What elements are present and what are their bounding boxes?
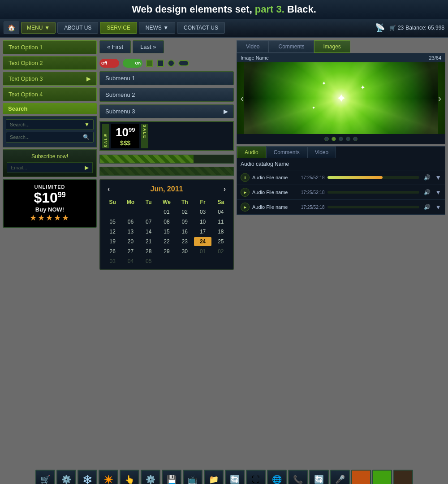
- icon-display[interactable]: 📺: [183, 470, 202, 484]
- menu-item-2[interactable]: Text Option 2: [3, 56, 97, 70]
- progress-bar-1: [99, 155, 234, 164]
- cal-next-icon[interactable]: ›: [224, 185, 226, 193]
- submit-icon: ▶: [85, 164, 89, 171]
- track-progress-3[interactable]: [327, 206, 420, 208]
- checkbox-2[interactable]: [157, 60, 164, 67]
- track-options-icon-3[interactable]: ▼: [435, 203, 441, 211]
- radio-1[interactable]: [168, 60, 175, 67]
- search-input-2[interactable]: Search... 🔍: [6, 132, 94, 143]
- calendar: ‹ Jun, 2011 › Su Mo Tu We Th Fr Sa 01 02…: [99, 179, 234, 270]
- contact-button[interactable]: CONTACT US: [177, 22, 225, 34]
- dot-2[interactable]: [332, 137, 336, 141]
- last-button[interactable]: Last »: [133, 40, 164, 53]
- menu-item-1[interactable]: Text Option 1: [3, 40, 97, 54]
- dot-4[interactable]: [346, 137, 350, 141]
- play-button-2[interactable]: ▶: [241, 188, 250, 197]
- dot-1[interactable]: [324, 137, 329, 141]
- price-tag-widget: SALE 1099 $$$ SALE: [99, 121, 234, 151]
- track-time-3: 17:25/52:18: [301, 205, 325, 210]
- pause-button-1[interactable]: ⏸: [241, 173, 250, 182]
- track-progress-1[interactable]: [327, 176, 420, 179]
- volume-icon-3[interactable]: 🔊: [424, 204, 431, 210]
- buy-button[interactable]: Buy NOW!: [8, 206, 91, 213]
- track-time-1: 17:25/52:18: [301, 175, 325, 180]
- submenu-1[interactable]: Submenu 1: [99, 71, 234, 85]
- audio-track-1: ⏸ Audio File name 17:25/52:18 🔊 ▼: [237, 170, 445, 185]
- toggle-on[interactable]: On: [123, 59, 142, 68]
- menu-button[interactable]: MENU ▼: [21, 22, 56, 34]
- news-button[interactable]: NEWS ▼: [139, 22, 175, 34]
- cal-prev-icon[interactable]: ‹: [108, 185, 110, 193]
- cart-info: 🛒 23: [389, 25, 404, 31]
- track-options-icon[interactable]: ▼: [435, 174, 441, 181]
- page-header: Web design elements set, part 3. Black.: [0, 0, 448, 19]
- track-options-icon-2[interactable]: ▼: [435, 189, 441, 196]
- volume-icon[interactable]: 🔊: [424, 174, 431, 181]
- icon-expand[interactable]: ⛶: [246, 470, 266, 484]
- track-name-3: Audio File name: [252, 204, 298, 210]
- icon-sync[interactable]: 🔄: [309, 470, 329, 484]
- search-input-1[interactable]: Search... ▼: [6, 119, 94, 130]
- subscribe-input[interactable]: Email... ▶: [7, 162, 93, 173]
- middle-panel: « First Last » Off On Submenu 1 Submenu …: [99, 40, 234, 465]
- balance-display: Balance: 65.99$: [405, 25, 444, 31]
- volume-icon-2[interactable]: 🔊: [424, 189, 431, 195]
- icon-orange-sq[interactable]: [351, 470, 371, 484]
- tab-video-audio[interactable]: Video: [307, 147, 336, 158]
- icon-cart[interactable]: 🛒: [35, 470, 55, 484]
- dot-3[interactable]: [339, 137, 343, 141]
- service-button[interactable]: SERVICE: [100, 22, 137, 34]
- checkbox-1[interactable]: [146, 60, 153, 67]
- toggle-circle[interactable]: [178, 60, 189, 66]
- tab-video[interactable]: Video: [237, 40, 269, 53]
- dollars-display: $$$: [116, 139, 135, 147]
- icon-globe[interactable]: 🌐: [267, 470, 287, 484]
- dot-5[interactable]: [353, 137, 358, 141]
- tab-images[interactable]: Images: [314, 40, 350, 53]
- track-name-2: Audio File name: [252, 190, 298, 195]
- play-button-3[interactable]: ▶: [241, 203, 250, 212]
- audio-track-3: ▶ Audio File name 17:25/52:18 🔊 ▼: [237, 200, 445, 215]
- home-button[interactable]: 🏠: [4, 22, 19, 34]
- about-button[interactable]: ABOUT US: [57, 22, 98, 34]
- navbar: 🏠 MENU ▼ ABOUT US SERVICE NEWS ▼ CONTACT…: [0, 19, 448, 38]
- submenu-2[interactable]: Submenu 2: [99, 88, 234, 102]
- menu-item-3[interactable]: Text Option 3 ▶: [3, 72, 97, 86]
- icon-folder[interactable]: 📁: [204, 470, 224, 484]
- track-time-2: 17:25/52:18: [301, 190, 325, 195]
- menu-item-4[interactable]: Text Option 4: [3, 87, 97, 101]
- audio-catalog-title: Audio catalog Name: [237, 158, 445, 170]
- image-viewer: Image Name 23/64 ‹ ✦ ✦ ✦ ✦ ›: [237, 53, 445, 144]
- calendar-month: Jun, 2011: [151, 185, 183, 193]
- submenu-3[interactable]: Submenu 3 ▶: [99, 104, 234, 118]
- icon-dark-sq[interactable]: [393, 470, 413, 484]
- icon-save[interactable]: 💾: [162, 470, 181, 484]
- tab-comments[interactable]: Comments: [269, 40, 314, 53]
- nav-arrows: « First Last »: [99, 40, 234, 53]
- icon-gear[interactable]: ⚙️: [141, 470, 160, 484]
- price-amount: $1099: [8, 190, 91, 206]
- search-box: Search... ▼ Search... 🔍: [3, 116, 97, 147]
- right-panel: Video Comments Images Image Name 23/64 ‹…: [237, 40, 445, 465]
- tab-audio[interactable]: Audio: [237, 147, 266, 158]
- icon-green-sq[interactable]: [372, 470, 392, 484]
- header-highlight: part 3.: [255, 4, 284, 15]
- prev-image-icon[interactable]: ‹: [241, 93, 244, 104]
- toggles-row: Off On: [99, 57, 234, 69]
- icon-refresh[interactable]: 🔄: [225, 470, 245, 484]
- image-counter: 23/64: [429, 55, 441, 60]
- next-image-icon[interactable]: ›: [438, 93, 441, 104]
- icon-cursor[interactable]: 👆: [120, 470, 139, 484]
- search-label: Search: [3, 103, 97, 114]
- icon-phone[interactable]: 📞: [288, 470, 308, 484]
- tab-comments-audio[interactable]: Comments: [266, 147, 307, 158]
- image-title-bar: Image Name 23/64: [237, 53, 445, 62]
- icon-settings[interactable]: ⚙️: [56, 470, 76, 484]
- first-button[interactable]: « First: [99, 40, 131, 53]
- submenu-arrow-icon: ▶: [224, 108, 228, 115]
- icon-asterisk[interactable]: ✴️: [99, 470, 118, 484]
- track-progress-2[interactable]: [327, 191, 420, 194]
- icon-mic[interactable]: 🎤: [330, 470, 350, 484]
- icon-snowflake[interactable]: ❄️: [78, 470, 97, 484]
- toggle-off[interactable]: Off: [99, 59, 119, 68]
